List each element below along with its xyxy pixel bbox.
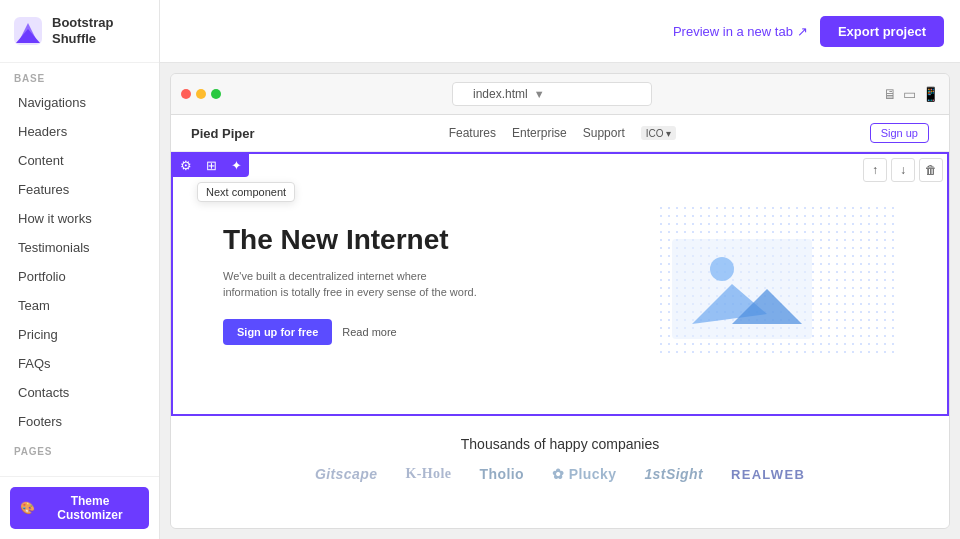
dot-minimize bbox=[196, 89, 206, 99]
next-component-tooltip: Next component bbox=[197, 182, 295, 202]
pages-section-label: PAGES bbox=[0, 436, 159, 461]
dot-maximize bbox=[211, 89, 221, 99]
site-signup-button[interactable]: Sign up bbox=[870, 123, 929, 143]
mobile-view-icon[interactable]: 📱 bbox=[922, 86, 939, 102]
nav-enterprise[interactable]: Enterprise bbox=[512, 126, 567, 140]
delete-component-button[interactable]: 🗑 bbox=[919, 158, 943, 182]
logos-row: Gitscape K-Hole Tholio ✿ Plucky 1stSight… bbox=[191, 466, 929, 482]
view-icons: 🖥 ▭ 📱 bbox=[883, 86, 939, 102]
ico-chevron: ▾ bbox=[666, 128, 671, 139]
logo-khole: K-Hole bbox=[405, 466, 451, 482]
sidebar-item-navigations[interactable]: Navigations bbox=[4, 88, 155, 117]
hero-content: The New Internet We've built a decentral… bbox=[223, 224, 637, 345]
hero-secondary-button[interactable]: Read more bbox=[342, 326, 396, 338]
sidebar-item-portfolio[interactable]: Portfolio bbox=[4, 262, 155, 291]
sidebar-item-footers[interactable]: Footers bbox=[4, 407, 155, 436]
logo-realweb: REALWEB bbox=[731, 467, 805, 482]
logos-section: Thousands of happy companies Gitscape K-… bbox=[171, 416, 949, 502]
desktop-view-icon[interactable]: 🖥 bbox=[883, 86, 897, 102]
site-logo: Pied Piper bbox=[191, 126, 255, 141]
url-input[interactable]: index.html ▼ bbox=[452, 82, 652, 106]
palette-icon: 🎨 bbox=[20, 501, 35, 515]
dot-close bbox=[181, 89, 191, 99]
browser-dots bbox=[181, 89, 221, 99]
move-component-button[interactable]: ⚙ bbox=[173, 154, 199, 177]
nav-ico[interactable]: ICO ▾ bbox=[641, 126, 676, 140]
sidebar-item-content[interactable]: Content bbox=[4, 146, 155, 175]
duplicate-component-button[interactable]: ⊞ bbox=[199, 154, 224, 177]
hero-image-area bbox=[637, 204, 917, 364]
browser-url-bar: index.html ▼ bbox=[229, 82, 875, 106]
url-dropdown-icon: ▼ bbox=[534, 88, 545, 100]
theme-customizer-button[interactable]: 🎨 Theme Customizer bbox=[10, 487, 149, 529]
sidebar: Bootstrap Shuffle BASE Navigations Heade… bbox=[0, 0, 160, 539]
logo-tholio: Tholio bbox=[479, 466, 524, 482]
page-preview: Pied Piper Features Enterprise Support I… bbox=[171, 115, 949, 528]
nav-features[interactable]: Features bbox=[449, 126, 496, 140]
placeholder-image-svg bbox=[672, 239, 812, 339]
sidebar-item-faqs[interactable]: FAQs bbox=[4, 349, 155, 378]
site-nav-links: Features Enterprise Support ICO ▾ bbox=[449, 126, 676, 140]
next-component-button[interactable]: ✦ bbox=[224, 154, 249, 177]
logo-gitscape: Gitscape bbox=[315, 466, 378, 482]
nav-support[interactable]: Support bbox=[583, 126, 625, 140]
sidebar-item-team[interactable]: Team bbox=[4, 291, 155, 320]
hero-actions: Sign up for free Read more bbox=[223, 319, 637, 345]
external-link-icon: ↗ bbox=[797, 24, 808, 39]
export-button[interactable]: Export project bbox=[820, 16, 944, 47]
logo-firstsight: 1stSight bbox=[644, 466, 703, 482]
sidebar-item-headers[interactable]: Headers bbox=[4, 117, 155, 146]
sidebar-item-how-it-works[interactable]: How it works bbox=[4, 204, 155, 233]
app-logo-icon bbox=[12, 15, 44, 47]
hero-title: The New Internet bbox=[223, 224, 637, 256]
preview-link[interactable]: Preview in a new tab ↗ bbox=[673, 24, 808, 39]
sidebar-footer: 🎨 Theme Customizer bbox=[0, 476, 159, 539]
move-up-button[interactable]: ↑ bbox=[863, 158, 887, 182]
component-toolbar-right: ↑ ↓ 🗑 bbox=[859, 154, 947, 186]
base-section-label: BASE bbox=[0, 63, 159, 88]
sidebar-header: Bootstrap Shuffle bbox=[0, 0, 159, 63]
logos-title: Thousands of happy companies bbox=[191, 436, 929, 452]
url-filename: index.html bbox=[473, 87, 528, 101]
sidebar-item-testimonials[interactable]: Testimonials bbox=[4, 233, 155, 262]
main-area: Preview in a new tab ↗ Export project in… bbox=[160, 0, 960, 539]
site-nav: Pied Piper Features Enterprise Support I… bbox=[171, 115, 949, 152]
browser-toolbar: index.html ▼ 🖥 ▭ 📱 bbox=[171, 74, 949, 115]
hero-primary-button[interactable]: Sign up for free bbox=[223, 319, 332, 345]
component-toolbar: ⚙ ⊞ ✦ bbox=[173, 154, 249, 177]
move-down-button[interactable]: ↓ bbox=[891, 158, 915, 182]
app-name: Bootstrap Shuffle bbox=[52, 15, 147, 46]
topbar: Preview in a new tab ↗ Export project bbox=[160, 0, 960, 63]
browser-chrome: index.html ▼ 🖥 ▭ 📱 Pied Piper Features E… bbox=[170, 73, 950, 529]
sidebar-item-contacts[interactable]: Contacts bbox=[4, 378, 155, 407]
sidebar-item-pricing[interactable]: Pricing bbox=[4, 320, 155, 349]
sidebar-item-features[interactable]: Features bbox=[4, 175, 155, 204]
hero-section-wrapper: ⚙ ⊞ ✦ Next component ↑ ↓ 🗑 The New Inter… bbox=[171, 152, 949, 416]
hero-description: We've built a decentralized internet whe… bbox=[223, 268, 483, 301]
base-section: BASE Navigations Headers Content Feature… bbox=[0, 63, 159, 436]
tablet-view-icon[interactable]: ▭ bbox=[903, 86, 916, 102]
image-placeholder bbox=[637, 224, 847, 354]
svg-point-4 bbox=[710, 257, 734, 281]
preview-label: Preview in a new tab bbox=[673, 24, 793, 39]
logo-plucky: ✿ Plucky bbox=[552, 466, 616, 482]
